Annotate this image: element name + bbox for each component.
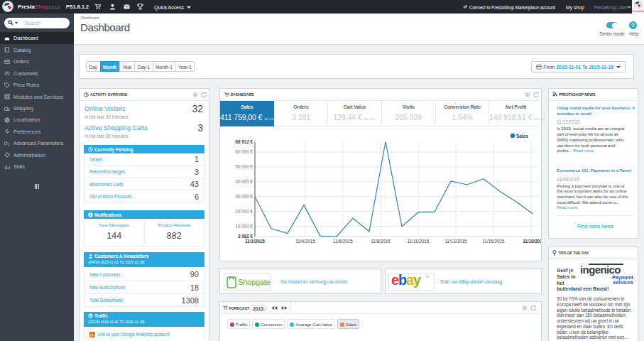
svg-text:11/1/2015: 11/1/2015: [245, 239, 265, 244]
svg-text:20 000 €: 20 000 €: [235, 209, 253, 214]
svg-text:66 912 €: 66 912 €: [235, 139, 253, 144]
svg-text:11/15/2015: 11/15/2015: [482, 239, 505, 244]
svg-text:30 000 €: 30 000 €: [235, 194, 253, 199]
svg-text:11/11/2015: 11/11/2015: [408, 239, 430, 244]
svg-text:11/13/2015: 11/13/2015: [444, 239, 467, 244]
svg-text:11/6/2015: 11/6/2015: [333, 239, 353, 244]
svg-text:11/18/201: 11/18/201: [523, 239, 541, 244]
svg-text:10 000 €: 10 000 €: [235, 224, 253, 229]
svg-text:60 000 €: 60 000 €: [235, 149, 253, 154]
svg-text:50 000 €: 50 000 €: [235, 164, 253, 169]
svg-text:3 082 €: 3 082 €: [238, 234, 253, 239]
svg-text:Sales: Sales: [516, 134, 528, 139]
svg-text:40 000 €: 40 000 €: [235, 179, 253, 184]
svg-text:11/8/2015: 11/8/2015: [371, 239, 391, 244]
svg-text:11/4/2015: 11/4/2015: [295, 239, 315, 244]
svg-text:PrestaShop: PrestaShop: [632, 10, 644, 13]
